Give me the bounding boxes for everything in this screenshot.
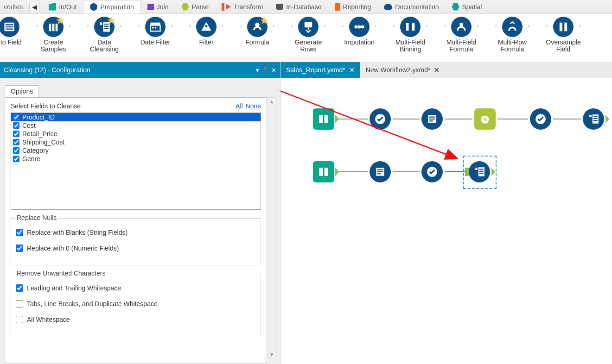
- field-checkbox[interactable]: [13, 114, 19, 120]
- config-panel: Cleansing (12) - Configuration ▾ 📍 ✕ Opt…: [0, 62, 280, 364]
- canvas-node-datetime[interactable]: [474, 108, 496, 130]
- tool-oversample-field[interactable]: ››Oversample Field: [538, 14, 589, 62]
- speech-icon: [384, 4, 392, 10]
- flag-icon: [222, 3, 224, 11]
- canvas-tab-new-workflow[interactable]: New Workflow2.yxmd* ✕: [360, 62, 446, 78]
- select-all-link[interactable]: All: [236, 102, 243, 110]
- category-bar: vorites ◀ In/Out Preparation Join Parse …: [0, 0, 612, 14]
- tool-multirow-formula[interactable]: ››Multi-Row Formula: [487, 14, 538, 62]
- favorite-star-icon: ★: [56, 15, 65, 27]
- canvas-node-browse[interactable]: [421, 108, 443, 130]
- canvas-node-cleanse-selected[interactable]: [469, 161, 490, 182]
- tool-filter[interactable]: ››Filter: [181, 14, 232, 62]
- canvas-node-input[interactable]: [313, 108, 334, 130]
- date-filter-icon: [145, 17, 166, 37]
- canvas-node-cleanse[interactable]: [583, 108, 604, 130]
- remove-chars-group: Remove Unwanted Characters Leading and T…: [11, 274, 261, 336]
- canvas-tab-bar: Sales_Report.yxmd* ✕ New Workflow2.yxmd*…: [280, 62, 612, 78]
- multi-row-icon: [502, 17, 523, 37]
- select-none-link[interactable]: None: [246, 102, 261, 110]
- scroll-up-icon[interactable]: ▲: [268, 98, 275, 105]
- field-row[interactable]: Retail_Price: [11, 130, 261, 138]
- field-checkbox[interactable]: [13, 139, 19, 145]
- generate-rows-icon: [298, 17, 319, 37]
- filter-icon: [196, 17, 217, 37]
- all-whitespace-checkbox[interactable]: All Whitespace: [16, 316, 256, 323]
- options-tab[interactable]: Options: [5, 85, 39, 97]
- tool-date-filter[interactable]: ››Date Filter: [130, 14, 181, 62]
- category-nav-left[interactable]: ◀: [29, 2, 39, 12]
- tool-formula[interactable]: ››★Formula: [232, 14, 283, 62]
- tool-multifield-formula[interactable]: ››Multi-Field Formula: [436, 14, 487, 62]
- canvas-node-select[interactable]: [370, 108, 391, 130]
- favorite-star-icon: ★: [260, 15, 269, 27]
- favorites-label[interactable]: vorites: [0, 3, 26, 11]
- close-icon[interactable]: ✕: [349, 66, 355, 74]
- field-checkbox[interactable]: [13, 122, 19, 129]
- chevron-left-icon: ◀: [32, 3, 37, 11]
- config-panel-title: Cleansing (12) - Configuration: [4, 66, 90, 74]
- multi-formula-icon: [451, 17, 472, 37]
- field-checkbox[interactable]: [13, 147, 19, 154]
- category-tab-transform[interactable]: Transform: [215, 0, 269, 13]
- close-icon[interactable]: ✕: [271, 67, 276, 74]
- category-tab-indatabase[interactable]: In-Database: [269, 0, 328, 13]
- canvas-node-input2[interactable]: [313, 161, 334, 182]
- field-checkbox[interactable]: [13, 156, 19, 162]
- field-list[interactable]: Product_ID Cost Retail_Price Shipping_Co…: [11, 113, 261, 210]
- replace-nulls-group: Replace Nulls Replace with Blanks (Strin…: [11, 218, 261, 265]
- dropdown-icon[interactable]: ▾: [256, 67, 259, 74]
- field-row[interactable]: Category: [11, 146, 261, 155]
- category-tab-parse[interactable]: Parse: [175, 0, 215, 13]
- field-row[interactable]: Genre: [11, 155, 261, 163]
- auto-field-icon: [0, 17, 19, 37]
- tool-auto-field[interactable]: ››uto Field: [0, 14, 28, 62]
- canvas-panel: Sales_Report.yxmd* ✕ New Workflow2.yxmd*…: [280, 62, 612, 364]
- field-checkbox[interactable]: [13, 131, 19, 137]
- canvas-tab-sales-report[interactable]: Sales_Report.yxmd* ✕: [280, 62, 360, 78]
- field-row[interactable]: Product_ID: [11, 113, 261, 121]
- circle-icon: [90, 3, 97, 11]
- tabs-linebreaks-checkbox[interactable]: Tabs, Line Breaks, and Duplicate Whitesp…: [16, 300, 256, 308]
- canvas-node-select3[interactable]: [421, 161, 443, 182]
- tool-create-samples[interactable]: ››★Create Samples: [28, 14, 79, 62]
- category-tab-spatial[interactable]: Spatial: [445, 0, 488, 13]
- canvas-node-browse2[interactable]: [370, 161, 391, 182]
- scroll-down-icon[interactable]: ▼: [268, 351, 275, 358]
- tool-generate-rows[interactable]: ››Generate Rows: [283, 14, 334, 62]
- hexagon-icon: [452, 3, 459, 11]
- favorite-star-icon: ★: [107, 15, 116, 27]
- tool-multifield-binning[interactable]: ››Multi-Field Binning: [385, 14, 436, 62]
- category-tab-inout[interactable]: In/Out: [42, 0, 83, 13]
- config-panel-title-bar: Cleansing (12) - Configuration ▾ 📍 ✕: [0, 62, 280, 78]
- category-tab-preparation[interactable]: Preparation: [83, 0, 140, 13]
- tool-data-cleansing[interactable]: ››★Data Cleansing: [79, 14, 130, 62]
- canvas-node-select2[interactable]: [530, 108, 551, 130]
- replace-zero-checkbox[interactable]: Replace with 0 (Numeric Fields): [16, 245, 256, 252]
- square-icon: [147, 4, 154, 10]
- trim-whitespace-checkbox[interactable]: Leading and Trailing Whitespace: [16, 284, 256, 292]
- field-row[interactable]: Cost: [11, 121, 261, 130]
- config-scrollbar[interactable]: ▲ ▼: [268, 97, 275, 358]
- tool-palette: ››uto Field ››★Create Samples ››★Data Cl…: [0, 14, 612, 62]
- options-body: Select Fields to Cleanse All None Produc…: [5, 97, 267, 364]
- field-row[interactable]: Shipping_Cost: [11, 138, 261, 146]
- oversample-icon: [553, 17, 574, 37]
- workflow-canvas[interactable]: [280, 78, 612, 364]
- binning-icon: [400, 17, 421, 37]
- category-tab-documentation[interactable]: Documentation: [377, 0, 445, 13]
- close-icon[interactable]: ✕: [434, 66, 440, 74]
- folder-icon: [49, 3, 56, 11]
- document-icon: [335, 3, 340, 11]
- category-tab-join[interactable]: Join: [141, 0, 175, 13]
- pin-icon[interactable]: 📍: [262, 67, 268, 73]
- svg-rect-32: [465, 168, 469, 176]
- replace-blanks-checkbox[interactable]: Replace with Blanks (String Fields): [16, 229, 256, 236]
- database-icon: [276, 4, 283, 10]
- category-tab-reporting[interactable]: Reporting: [328, 0, 378, 13]
- tool-imputation[interactable]: ››Imputation: [334, 14, 385, 62]
- hexagon-icon: [181, 3, 189, 11]
- imputation-icon: [349, 17, 370, 37]
- fields-header: Select Fields to Cleanse: [11, 102, 81, 110]
